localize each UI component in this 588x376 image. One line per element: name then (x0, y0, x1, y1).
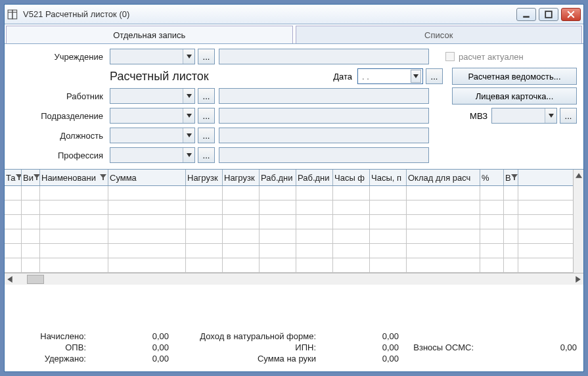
scrollbar-thumb[interactable] (27, 275, 44, 284)
window-frame: V521 Расчетный листок (0) Отдельная запи… (4, 4, 584, 372)
date-lookup-button[interactable]: ... (426, 68, 443, 84)
table-cell (108, 258, 186, 272)
column-header[interactable]: Часы ф (333, 170, 370, 185)
section-title: Расчетный листок (110, 70, 209, 83)
summary-panel: Начислено: 0,00 Доход в натуральной форм… (5, 327, 583, 371)
column-header[interactable]: Раб.дни (296, 170, 333, 185)
profession-lookup-button[interactable]: ... (198, 147, 215, 163)
table-row[interactable] (5, 229, 573, 244)
column-header[interactable]: Нагрузк (186, 170, 223, 185)
svg-marker-17 (511, 174, 518, 180)
table-cell (40, 186, 108, 200)
osms-label: Взносы ОСМС: (399, 342, 478, 352)
employee-label: Работник (11, 91, 110, 101)
department-combo[interactable] (110, 108, 195, 124)
svg-rect-1 (12, 10, 17, 19)
filter-icon[interactable] (511, 173, 518, 183)
table-row[interactable] (5, 200, 573, 215)
table-cell (504, 215, 518, 229)
column-header[interactable]: Сумма (108, 170, 186, 185)
opv-label: ОПВ: (11, 342, 90, 352)
chevron-down-icon (411, 70, 421, 83)
personal-card-button[interactable]: Лицевая карточка... (452, 87, 577, 105)
date-input[interactable]: . . (357, 68, 423, 84)
payroll-sheet-button[interactable]: Расчетная ведомость... (452, 68, 577, 85)
table-cell (504, 186, 518, 200)
chevron-down-icon (183, 128, 194, 143)
table-cell (186, 229, 223, 243)
ipn-label: ИПН: (169, 342, 320, 352)
close-button[interactable] (561, 8, 581, 21)
mvz-lookup-button[interactable]: ... (560, 108, 577, 124)
post-lookup-button[interactable]: ... (198, 128, 215, 143)
employee-combo[interactable] (110, 88, 195, 104)
tab-list[interactable]: Список (296, 26, 583, 43)
post-combo[interactable] (110, 128, 195, 143)
table-cell (5, 186, 22, 200)
column-header[interactable]: Наименовани (40, 170, 108, 185)
table-row[interactable] (5, 258, 573, 273)
table-cell (407, 258, 480, 272)
table-cell (333, 244, 370, 258)
table-row[interactable] (5, 215, 573, 229)
form-area: Учреждение ... расчет актуален Расчетный… (5, 44, 583, 169)
tab-single-record[interactable]: Отдельная запись (6, 26, 293, 43)
scroll-left-icon[interactable] (5, 274, 15, 285)
withheld-label: Удержано: (11, 354, 90, 364)
table-cell (108, 200, 186, 214)
department-lookup-button[interactable]: ... (198, 108, 215, 124)
maximize-button[interactable] (539, 8, 558, 21)
table-cell (40, 258, 108, 272)
table-cell (223, 200, 260, 214)
minimize-button[interactable] (516, 8, 536, 21)
profession-combo[interactable] (110, 147, 195, 163)
svg-marker-20 (576, 276, 581, 283)
table-cell (407, 244, 480, 258)
data-grid: ТаВиНаименованиСуммаНагрузкНагрузкРаб.дн… (5, 169, 583, 327)
employee-lookup-button[interactable]: ... (198, 88, 215, 104)
table-cell (5, 244, 22, 258)
table-row[interactable] (5, 186, 573, 200)
table-cell (22, 200, 40, 214)
filter-icon[interactable] (34, 173, 40, 183)
net-value: 0,00 (320, 354, 399, 364)
table-cell (480, 200, 504, 214)
svg-marker-16 (100, 174, 106, 180)
table-cell (5, 215, 22, 229)
table-cell (296, 215, 333, 229)
opv-value: 0,00 (90, 342, 169, 352)
column-header[interactable]: % (480, 170, 504, 185)
grid-horizontal-scrollbar[interactable] (5, 273, 583, 285)
table-cell (186, 215, 223, 229)
grid-scroll-up-button[interactable] (573, 170, 583, 273)
table-cell (40, 229, 108, 243)
column-header[interactable]: В (504, 170, 518, 185)
table-cell (223, 229, 260, 243)
column-header[interactable]: Ви (22, 170, 40, 185)
table-row[interactable] (5, 244, 573, 258)
table-cell (40, 215, 108, 229)
column-header[interactable]: Нагрузк (223, 170, 260, 185)
mvz-combo[interactable] (491, 108, 557, 124)
table-cell (223, 215, 260, 229)
table-cell (370, 186, 407, 200)
table-cell (186, 258, 223, 272)
scroll-right-icon[interactable] (573, 274, 583, 285)
filter-icon[interactable] (16, 173, 22, 183)
svg-marker-8 (413, 74, 418, 78)
table-cell (504, 229, 518, 243)
column-header[interactable]: Часы, п (370, 170, 407, 185)
filter-icon[interactable] (100, 173, 106, 183)
institution-combo[interactable] (110, 49, 195, 64)
column-header[interactable]: Та (5, 170, 22, 185)
actual-checkbox[interactable] (445, 52, 455, 61)
table-cell (223, 258, 260, 272)
table-cell (296, 186, 333, 200)
post-label: Должность (11, 131, 110, 141)
svg-marker-18 (576, 173, 582, 178)
institution-lookup-button[interactable]: ... (198, 49, 215, 64)
column-header[interactable]: Оклад для расч (407, 170, 480, 185)
column-header[interactable]: Раб.дни (260, 170, 296, 185)
grid-body[interactable] (5, 186, 573, 273)
chevron-down-icon (545, 108, 556, 123)
